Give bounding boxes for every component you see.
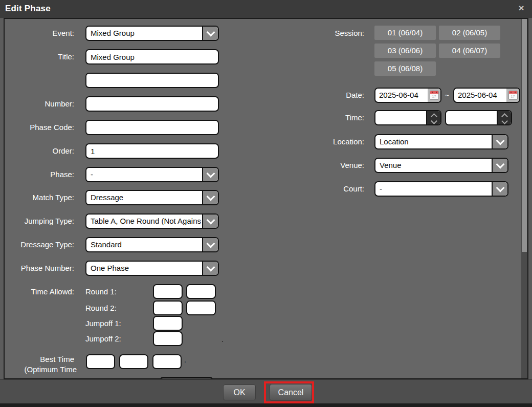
date-from-value: 2025-06-04 [379, 89, 418, 102]
session-button-01[interactable]: 01 (06/04) [374, 26, 436, 40]
chevron-down-icon [202, 215, 218, 228]
jumping-type-select[interactable]: Table A, One Round (Not Agains [85, 213, 219, 229]
venue-label: Venue: [271, 158, 364, 173]
dressage-type-select[interactable]: Standard [85, 237, 219, 252]
phase-number-label: Phase Number: [5, 261, 74, 276]
jumping-type-select-value: Table A, One Round (Not Agains [91, 215, 202, 228]
round1-input-b[interactable] [186, 284, 216, 299]
time-start-spinner[interactable] [374, 110, 441, 125]
session-button-05[interactable]: 05 (06/08) [374, 61, 436, 76]
session-label: Session: [271, 26, 364, 41]
title-label: Title: [5, 49, 74, 65]
phase-number-select-value: One Phase [91, 262, 202, 275]
jumpoff1-label: Jumpoff 1: [85, 316, 149, 331]
phase-select-value: - [91, 168, 202, 181]
date-to-field[interactable]: 2025-06-04 17 [453, 88, 520, 103]
jumpoff2-dot: . [221, 332, 224, 347]
phase-label: Phase: [5, 167, 74, 182]
best-time-label-line1: Best Time [5, 354, 74, 365]
date-label: Date: [271, 88, 364, 103]
match-type-select[interactable]: Dressage [85, 190, 219, 205]
round1-input-a[interactable] [153, 284, 183, 299]
jumping-type-label: Jumping Type: [5, 213, 74, 229]
phase-code-input[interactable] [85, 120, 219, 135]
order-label: Order: [5, 143, 74, 159]
jumpoff2-input[interactable] [153, 331, 183, 346]
chevron-down-icon [202, 191, 218, 204]
venue-select-value: Venue [380, 159, 492, 172]
title-input[interactable] [85, 49, 219, 65]
round2-label: Round 2: [85, 301, 149, 316]
vertical-scrollbar[interactable] [521, 19, 527, 378]
best-time-input-b[interactable] [119, 354, 148, 369]
court-select-value: - [380, 182, 492, 196]
jumpoff1-input[interactable] [153, 316, 183, 331]
chevron-down-icon [492, 182, 507, 196]
order-input[interactable] [85, 143, 219, 159]
location-label: Location: [271, 134, 364, 149]
round2-input-a[interactable] [153, 301, 183, 315]
venue-select[interactable]: Venue [374, 158, 508, 173]
time-label: Time: [271, 110, 364, 125]
location-select-value: Location [380, 135, 492, 148]
date-range-separator: ~ [442, 88, 452, 103]
cancel-button[interactable]: Cancel [270, 384, 312, 401]
phase-select[interactable]: - [85, 167, 219, 182]
session-button-02[interactable]: 02 (06/05) [439, 26, 500, 40]
time-end-spinner[interactable] [445, 110, 512, 125]
chevron-down-icon [492, 135, 507, 148]
court-label: Court: [271, 181, 364, 197]
number-label: Number: [5, 96, 74, 112]
match-type-label: Match Type: [5, 190, 74, 205]
jumpoff2-label: Jumpoff 2: [85, 331, 149, 347]
close-icon[interactable]: × [516, 3, 527, 14]
best-time-label-line2: (Optimum Time [5, 365, 77, 375]
calendar-icon[interactable]: 17 [428, 89, 440, 102]
date-to-value: 2025-06-04 [458, 89, 497, 102]
scrollbar-thumb[interactable] [522, 19, 527, 252]
round2-input-b[interactable] [186, 301, 216, 315]
best-time-dot: . [184, 353, 186, 368]
session-button-04[interactable]: 04 (06/07) [439, 44, 500, 58]
number-input[interactable] [85, 96, 219, 112]
session-button-03[interactable]: 03 (06/06) [374, 44, 436, 58]
time-allowd-label: Time Allowd: [5, 284, 74, 299]
location-select[interactable]: Location [374, 134, 508, 149]
title2-input[interactable] [85, 73, 219, 88]
best-time-input-c[interactable] [152, 354, 182, 369]
ok-button[interactable]: OK [223, 384, 256, 400]
round1-label: Round 1: [85, 284, 149, 299]
date-from-field[interactable]: 2025-06-04 17 [374, 88, 441, 103]
dialog-footer: OK Cancel [0, 379, 532, 404]
dressage-type-select-value: Standard [91, 238, 202, 251]
chevron-down-icon [202, 27, 218, 40]
spinner-arrows-icon[interactable] [497, 111, 511, 124]
chevron-down-icon [202, 238, 218, 251]
chevron-down-icon [202, 168, 218, 181]
event-select[interactable]: Mixed Group [85, 26, 219, 41]
court-select[interactable]: - [374, 181, 508, 197]
chevron-down-icon [492, 159, 507, 172]
dialog-title: Edit Phase [5, 0, 51, 18]
chevron-down-icon [202, 262, 218, 275]
spinner-arrows-icon[interactable] [426, 111, 440, 124]
event-label: Event: [5, 26, 74, 41]
best-time-input-a[interactable] [86, 354, 115, 369]
match-type-select-value: Dressage [91, 191, 202, 204]
window-bottom-edge [0, 403, 532, 407]
dialog-content: Event: Title: Number: Phase Code: Order:… [4, 18, 528, 379]
phase-code-label: Phase Code: [5, 120, 74, 135]
dressage-type-label: Dressage Type: [5, 237, 74, 252]
phase-number-select[interactable]: One Phase [85, 261, 219, 276]
dialog-titlebar: Edit Phase × [0, 0, 532, 18]
event-select-value: Mixed Group [91, 27, 202, 40]
calendar-icon[interactable]: 17 [506, 89, 519, 102]
